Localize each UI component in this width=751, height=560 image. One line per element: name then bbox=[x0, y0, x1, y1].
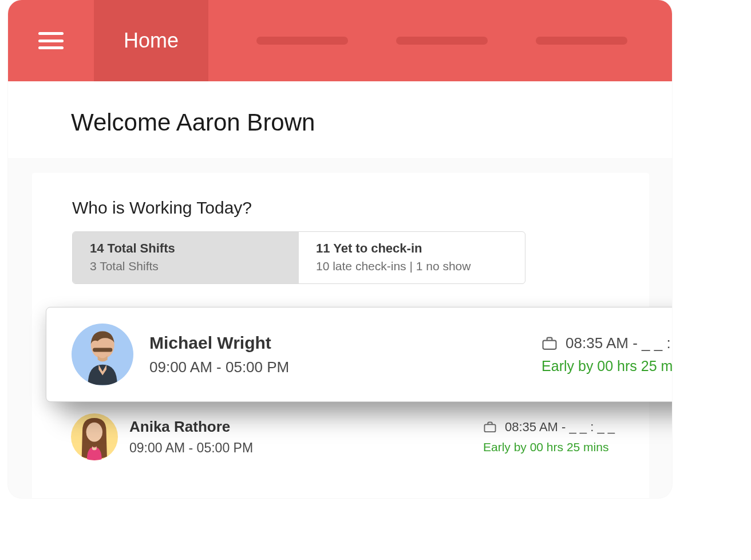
checkin-time: 08:35 AM - _ _ : _ _ bbox=[505, 420, 615, 435]
svg-rect-1 bbox=[93, 348, 112, 352]
welcome-section: Welcome Aaron Brown bbox=[8, 81, 672, 158]
tab-placeholder[interactable] bbox=[536, 37, 627, 45]
app-window: Home Welcome Aaron Brown Who is Working … bbox=[8, 0, 672, 498]
shift-row[interactable]: Anika Rathore 09:00 AM - 05:00 PM 08:35 … bbox=[46, 402, 649, 472]
avatar-person-icon bbox=[78, 326, 127, 385]
avatar-person-icon bbox=[76, 416, 113, 460]
avatar bbox=[71, 413, 118, 460]
shift-list: Michael Wright 09:00 AM - 05:00 PM 08:35… bbox=[32, 307, 649, 472]
briefcase-icon bbox=[483, 421, 497, 433]
page-title: Welcome Aaron Brown bbox=[71, 109, 672, 136]
top-bar: Home bbox=[8, 0, 672, 81]
content-area: Who is Working Today? 14 Total Shifts 3 … bbox=[8, 158, 672, 498]
shift-row[interactable]: Michael Wright 09:00 AM - 05:00 PM 08:35… bbox=[46, 307, 672, 402]
tab-home-label: Home bbox=[124, 29, 179, 53]
person-info: Michael Wright 09:00 AM - 05:00 PM bbox=[149, 333, 541, 376]
menu-button[interactable] bbox=[8, 0, 94, 81]
stat-top: 11 Yet to check-in bbox=[316, 241, 508, 256]
stat-bottom: 10 late check-ins | 1 no show bbox=[316, 259, 508, 273]
checkin-time-row: 08:35 AM - _ _ : _ _ bbox=[541, 334, 672, 352]
stats-tabs: 14 Total Shifts 3 Total Shifts 11 Yet to… bbox=[72, 231, 525, 284]
checkin-info: 08:35 AM - _ _ : _ _ Early by 00 hrs 25 … bbox=[483, 420, 615, 454]
briefcase-icon bbox=[541, 337, 558, 350]
checkin-status: Early by 00 hrs 25 mins bbox=[541, 358, 672, 374]
checkin-status: Early by 00 hrs 25 mins bbox=[483, 440, 615, 454]
svg-rect-4 bbox=[484, 424, 495, 432]
checkin-time-row: 08:35 AM - _ _ : _ _ bbox=[483, 420, 615, 435]
tab-placeholder[interactable] bbox=[396, 37, 488, 45]
card-title: Who is Working Today? bbox=[32, 198, 649, 218]
svg-rect-2 bbox=[543, 340, 556, 349]
svg-point-3 bbox=[86, 423, 103, 442]
working-today-card: Who is Working Today? 14 Total Shifts 3 … bbox=[32, 173, 649, 498]
checkin-info: 08:35 AM - _ _ : _ _ Early by 00 hrs 25 … bbox=[541, 334, 672, 374]
person-info: Anika Rathore 09:00 AM - 05:00 PM bbox=[129, 418, 483, 456]
tab-placeholder[interactable] bbox=[256, 37, 348, 45]
person-schedule: 09:00 AM - 05:00 PM bbox=[129, 440, 483, 456]
avatar bbox=[72, 324, 133, 385]
stat-top: 14 Total Shifts bbox=[90, 241, 282, 256]
person-name: Michael Wright bbox=[149, 333, 541, 353]
tab-home[interactable]: Home bbox=[94, 0, 208, 81]
checkin-time: 08:35 AM - _ _ : _ _ bbox=[566, 334, 672, 352]
stat-tab-total-shifts[interactable]: 14 Total Shifts 3 Total Shifts bbox=[73, 232, 299, 283]
person-schedule: 09:00 AM - 05:00 PM bbox=[149, 358, 541, 376]
hamburger-icon bbox=[38, 32, 64, 49]
stat-tab-yet-to-checkin[interactable]: 11 Yet to check-in 10 late check-ins | 1… bbox=[299, 232, 525, 283]
person-name: Anika Rathore bbox=[129, 418, 483, 436]
stat-bottom: 3 Total Shifts bbox=[90, 259, 282, 273]
